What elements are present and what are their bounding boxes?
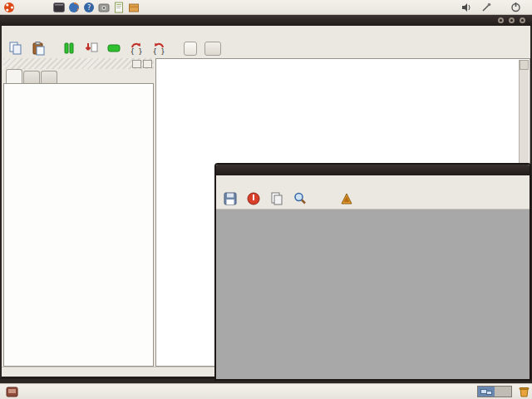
taskbar [0,383,532,399]
scroll-up-icon[interactable] [520,60,529,70]
figure-canvas[interactable] [216,209,530,379]
help-launcher-icon[interactable]: ? [83,2,95,13]
working-directory-combo[interactable] [184,42,197,56]
firefox-launcher-icon[interactable] [68,2,80,13]
figure-menubar [216,175,530,189]
svg-text:{ }: { } [153,48,165,56]
package-manager-launcher-icon[interactable] [128,2,140,13]
svg-text:?: ? [87,4,91,12]
figure-toolbar [216,189,530,209]
workspace-1[interactable] [478,387,495,397]
rotate-icon[interactable] [339,191,354,206]
zoom-icon[interactable] [293,191,308,206]
dock-float-icon[interactable] [132,60,141,68]
show-desktop-icon[interactable] [6,386,17,397]
figure-window [214,163,531,381]
screenshot-launcher-icon[interactable] [98,2,110,13]
history-dock [3,58,154,367]
freemat-toolbar: { } { } [2,38,530,58]
close-button[interactable] [520,17,525,23]
trash-icon[interactable] [518,386,530,397]
plot [216,209,530,380]
distro-logo-icon[interactable] [3,2,15,13]
freemat-window-titlebar[interactable] [0,15,532,26]
dock-close-icon[interactable] [143,60,152,68]
copy-figure-icon[interactable] [269,191,284,206]
text-editor-launcher-icon[interactable] [113,2,125,13]
save-icon[interactable] [223,191,238,206]
maximize-button[interactable] [509,17,515,23]
tab-workspace[interactable] [41,71,57,83]
close-figure-icon[interactable] [246,191,261,206]
pan-icon[interactable] [316,191,331,206]
tab-files[interactable] [23,71,40,83]
dock-header[interactable] [3,58,154,69]
workspace-switcher[interactable] [477,386,512,397]
history-list[interactable] [3,83,154,367]
notification-pin-icon[interactable] [480,2,492,13]
reset-view-icon[interactable] [362,191,377,206]
step-in-icon[interactable]: { } [129,41,144,56]
pause-icon[interactable] [62,41,76,56]
volume-icon[interactable] [461,2,472,13]
tab-history[interactable] [6,69,22,83]
places-menu[interactable] [27,0,38,14]
step-out-icon[interactable]: { } [151,41,166,56]
step-icon[interactable] [84,41,99,56]
svg-text:{ }: { } [131,48,142,56]
freemat-menubar [2,26,530,38]
gnome-top-panel: ? [0,0,532,15]
desktop: ? [0,0,532,399]
power-icon[interactable] [510,2,522,13]
paste-icon[interactable] [31,41,46,56]
dock-tabs [3,69,154,83]
minimize-button[interactable] [498,17,504,23]
browse-directory-button[interactable] [204,42,221,56]
copy-icon[interactable] [8,41,23,56]
continue-icon[interactable] [106,41,121,56]
terminal-launcher-icon[interactable] [53,2,65,13]
workspace-2[interactable] [495,387,511,397]
figure-titlebar[interactable] [216,165,530,175]
applications-menu[interactable] [15,0,27,14]
system-menu[interactable] [38,0,50,14]
